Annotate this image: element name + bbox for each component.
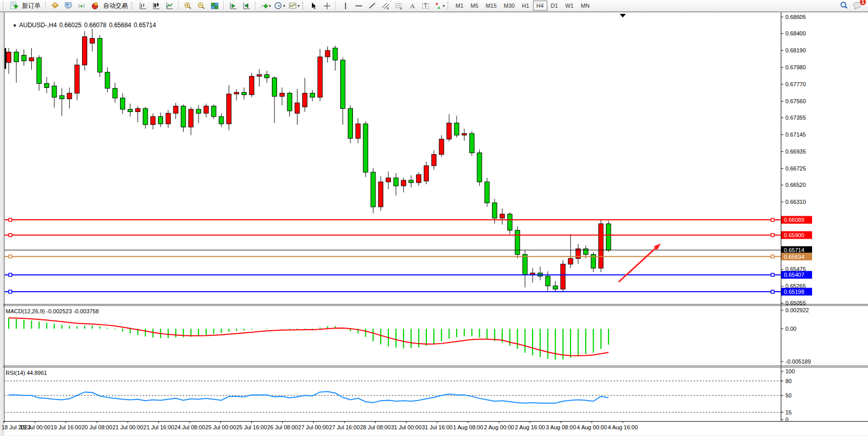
svg-text:2 Aug 16:00: 2 Aug 16:00 [515, 424, 545, 430]
tf-button-w1[interactable]: W1 [562, 1, 578, 11]
separator [45, 1, 46, 10]
auto-scroll-button[interactable] [226, 0, 240, 11]
svg-text:21 Jul 00:00: 21 Jul 00:00 [112, 424, 143, 430]
svg-text:0.65055: 0.65055 [785, 300, 806, 306]
arrows-button[interactable]: ▾ [432, 0, 446, 11]
vertical-line-button[interactable] [339, 0, 352, 11]
line-chart-button[interactable] [163, 0, 176, 11]
tf-button-h1[interactable]: H1 [518, 1, 532, 11]
tf-button-d1[interactable]: D1 [547, 1, 562, 11]
candle [363, 124, 368, 172]
auto-trading-icon [91, 2, 100, 10]
chevron-down-icon: ▾ [283, 4, 285, 8]
candlestick-chart-icon [152, 2, 161, 10]
svg-text:31 Jul 00:00: 31 Jul 00:00 [391, 424, 422, 430]
candle [60, 96, 64, 99]
new-order-button[interactable] [7, 0, 21, 11]
templates-button[interactable]: ▾ [287, 0, 301, 11]
price-badge-0.66089: 0.66089 [781, 216, 812, 224]
bar-chart-button[interactable] [136, 0, 149, 11]
auto-trading-label[interactable]: 自动交易 [103, 2, 128, 10]
tf-button-m1[interactable]: M1 [452, 1, 467, 11]
candle [67, 93, 72, 99]
svg-text:0.65714: 0.65714 [784, 247, 804, 253]
candle [477, 153, 482, 182]
fibonacci-button[interactable]: F [392, 0, 405, 11]
svg-text:15: 15 [785, 409, 792, 415]
notifications-button[interactable]: 1 [851, 0, 864, 11]
chart-shift-icon [242, 2, 251, 10]
svg-text:28 Jul 08:00: 28 Jul 08:00 [360, 424, 391, 430]
new-order-icon [10, 2, 18, 10]
line-handle [771, 234, 774, 237]
channel-button[interactable]: E [379, 0, 392, 11]
new-order-label[interactable]: 新订单 [22, 2, 41, 10]
crosshair-button[interactable] [320, 0, 333, 11]
candle [606, 224, 611, 250]
fibonacci-icon: F [394, 2, 403, 10]
separator [255, 1, 256, 10]
chart-shift-button[interactable] [240, 0, 253, 11]
svg-text:0.65407: 0.65407 [784, 272, 804, 278]
candle [303, 93, 307, 107]
tile-windows-icon [210, 2, 219, 10]
text-label-icon: T [421, 2, 430, 10]
tf-button-m30[interactable]: M30 [500, 1, 518, 11]
signal-button[interactable] [75, 0, 88, 11]
line-chart-icon [165, 2, 174, 10]
line-handle [771, 290, 774, 293]
candlestick-chart-button[interactable] [149, 0, 163, 11]
auto-trading-button[interactable] [88, 0, 102, 11]
cursor-icon [309, 2, 318, 10]
cursor-button[interactable] [307, 0, 320, 11]
candle [37, 58, 42, 83]
svg-text:4 Aug 16:00: 4 Aug 16:00 [608, 424, 638, 430]
svg-text:0.68605: 0.68605 [785, 14, 806, 20]
svg-text:T: T [424, 3, 427, 9]
zoom-out-button[interactable] [194, 0, 208, 11]
svg-text:0.66725: 0.66725 [785, 165, 806, 172]
tf-button-m15[interactable]: M15 [482, 1, 500, 11]
ohlc-close: 0.65714 [134, 22, 156, 29]
indicators-button[interactable]: ▾ [258, 0, 272, 11]
svg-text:1 Aug 08:00: 1 Aug 08:00 [453, 424, 483, 430]
svg-text:50: 50 [785, 392, 792, 399]
templates-icon [288, 2, 297, 10]
tf-button-mn[interactable]: MN [577, 1, 593, 11]
chart-canvas[interactable]: 0.686050.684000.681900.679800.677700.675… [0, 11, 868, 436]
svg-text:0.68190: 0.68190 [785, 47, 806, 53]
candle [29, 58, 34, 61]
horizontal-line-button[interactable] [352, 0, 365, 11]
candle [424, 166, 429, 181]
macd-label: MACD(12,26,9) -0.002523 -0.003758 [6, 308, 99, 314]
candle [409, 180, 413, 183]
search-icon [839, 1, 849, 10]
candle [523, 254, 527, 274]
horizontal-line-icon [354, 2, 363, 10]
chart-profile-button[interactable] [48, 0, 62, 11]
market-depth-button[interactable] [62, 0, 75, 11]
line-handle [9, 255, 12, 258]
periods-button[interactable]: ▾ [272, 0, 287, 11]
candle [166, 113, 170, 124]
candle [143, 108, 148, 124]
svg-text:0.00: 0.00 [785, 326, 796, 332]
candle [75, 65, 80, 93]
search-button[interactable] [837, 0, 851, 11]
toolbar-grip [131, 2, 134, 10]
tf-button-h4[interactable]: H4 [533, 1, 547, 11]
svg-text:24 Jul 08:00: 24 Jul 08:00 [174, 424, 205, 430]
zoom-in-button[interactable] [181, 0, 194, 11]
text-label-button[interactable]: T [419, 0, 432, 11]
candle [7, 52, 11, 62]
candle [439, 139, 444, 155]
text-button[interactable]: A [405, 0, 419, 11]
trendline-button[interactable] [365, 0, 379, 11]
separator [178, 1, 179, 10]
svg-text:0.68400: 0.68400 [785, 30, 806, 36]
tile-windows-button[interactable] [208, 0, 221, 11]
symbol-dropdown-icon[interactable]: ▼ [12, 23, 17, 28]
svg-text:25 Jul 16:00: 25 Jul 16:00 [236, 424, 267, 430]
tf-button-m5[interactable]: M5 [467, 1, 482, 11]
candle [462, 134, 467, 135]
